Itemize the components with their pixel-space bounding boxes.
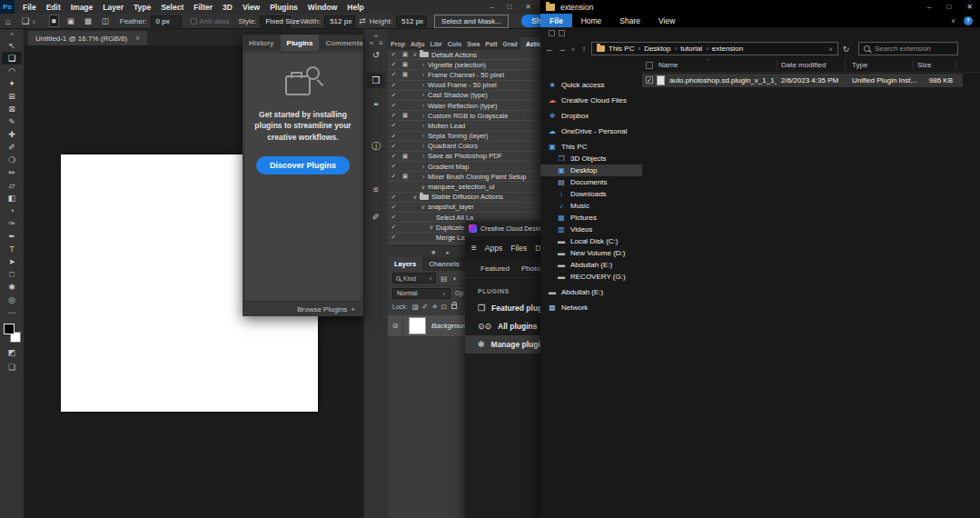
panel-tab-libr[interactable]: Libr xyxy=(428,37,445,50)
menu-help[interactable]: Help xyxy=(347,3,363,12)
new-selection-mode[interactable]: ■ xyxy=(49,15,59,27)
maximize-button[interactable]: □ xyxy=(507,3,511,11)
action-caret-icon[interactable]: › xyxy=(419,62,428,68)
address-dropdown-icon[interactable]: ∨ xyxy=(829,45,833,52)
layer-filter-icon-0[interactable]: ▤ xyxy=(441,274,448,283)
ribbon-tab-home[interactable]: Home xyxy=(572,14,611,27)
action-checkbox-icon[interactable]: ✓ xyxy=(388,61,400,68)
action-caret-icon[interactable]: › xyxy=(419,143,428,149)
document-tab[interactable]: Untitled-1 @ 16.7% (RGB/8) × xyxy=(28,31,147,45)
action-row[interactable]: ✓∨Stable Diffusion Actions xyxy=(388,193,540,203)
browse-plugins-button[interactable]: Browse Plugins + xyxy=(243,301,363,316)
panel-menu-icon[interactable]: ≡ xyxy=(379,39,383,47)
add-selection-mode[interactable]: ▣ xyxy=(65,15,76,26)
action-dialog-toggle-icon[interactable]: ▣ xyxy=(400,71,411,78)
lock-option-icon-1[interactable]: ✐ xyxy=(422,303,428,311)
cc-nav-files[interactable]: Files xyxy=(510,244,527,253)
lock-icon[interactable] xyxy=(451,304,457,309)
eyedropper-tool[interactable]: ✎ xyxy=(2,115,22,128)
intersect-selection-mode[interactable]: ◫ xyxy=(100,15,111,26)
help-icon[interactable]: ? xyxy=(964,16,973,25)
minimize-button[interactable]: – xyxy=(927,3,931,11)
tab-channels[interactable]: Channels xyxy=(422,257,466,271)
file-checkbox[interactable]: ✓ xyxy=(646,76,653,84)
record-button[interactable]: ● xyxy=(445,249,449,255)
history-brush-tool[interactable]: ✏ xyxy=(2,166,22,179)
tab-comments[interactable]: Comments xyxy=(319,35,369,51)
cc-item-all-plugins[interactable]: ⊙⊙All plugins xyxy=(465,317,540,335)
sidebar-item-quick-access[interactable]: ★Quick access xyxy=(540,79,642,91)
panel-tab-swa[interactable]: Swa xyxy=(464,37,482,50)
subtract-selection-mode[interactable]: ▩ xyxy=(83,15,94,26)
breadcrumb-item-this-pc[interactable]: This PC xyxy=(609,45,634,53)
action-checkbox-icon[interactable]: ✓ xyxy=(388,163,400,170)
action-row[interactable]: ✓▣›Frame Channel - 50 pixel xyxy=(388,70,540,80)
path-selection-tool[interactable]: ➤ xyxy=(2,255,22,268)
properties-panel-icon[interactable]: ≡ xyxy=(367,182,385,197)
type-tool[interactable]: T xyxy=(2,243,22,255)
eraser-tool[interactable]: ▱ xyxy=(2,179,22,192)
action-checkbox-icon[interactable]: ✓ xyxy=(388,143,400,150)
close-button[interactable]: ✕ xyxy=(966,3,973,11)
action-row[interactable]: ✓▣›Custom RGB to Grayscale xyxy=(388,111,540,121)
column-header-date[interactable]: Date modified xyxy=(781,61,826,69)
action-checkbox-icon[interactable]: ✓ xyxy=(388,173,400,180)
action-checkbox-icon[interactable]: ✓ xyxy=(388,234,400,241)
maximize-button[interactable]: □ xyxy=(946,3,951,11)
menu-plugins[interactable]: Plugins xyxy=(270,3,298,12)
sidebar-item-this-pc[interactable]: ▣This PC xyxy=(540,141,642,153)
menu-file[interactable]: File xyxy=(23,3,36,12)
layer-thumbnail[interactable] xyxy=(409,317,426,334)
sidebar-item-videos[interactable]: ▥Videos xyxy=(540,224,642,235)
sidebar-item-documents[interactable]: ▤Documents xyxy=(540,176,642,188)
menu-filter[interactable]: Filter xyxy=(193,3,213,12)
action-row[interactable]: ✓∨snapshot_layer xyxy=(388,203,540,213)
clone-stamp-tool[interactable]: ❍ xyxy=(2,154,22,166)
menu-edit[interactable]: Edit xyxy=(46,3,61,12)
close-icon[interactable]: × xyxy=(135,34,140,43)
tab-plugins[interactable]: Plugins xyxy=(281,35,320,51)
tab-layers[interactable]: Layers xyxy=(388,257,422,271)
action-caret-icon[interactable]: ∨ xyxy=(411,51,420,58)
lock-option-icon-2[interactable]: ✛ xyxy=(431,303,437,311)
ribbon-tab-file[interactable]: File xyxy=(540,14,572,27)
action-caret-icon[interactable]: ∨ xyxy=(427,224,436,231)
action-caret-icon[interactable]: › xyxy=(419,72,428,78)
rectangle-tool[interactable]: □ xyxy=(2,268,22,281)
toolbar-collapse-icon[interactable]: » xyxy=(10,29,14,39)
panel-tab-adju[interactable]: Adju xyxy=(408,37,428,50)
address-bar[interactable]: This PC›Desktop›tutorial›extension ∨ xyxy=(591,42,838,55)
sidebar-item-desktop[interactable]: ▣Desktop xyxy=(540,164,642,176)
plugins-panel-icon[interactable]: ❒ xyxy=(367,73,385,88)
action-row[interactable]: ✓▣›Save as Photoshop PDF xyxy=(388,152,540,162)
action-dialog-toggle-icon[interactable]: ▣ xyxy=(400,112,411,119)
color-swatches[interactable] xyxy=(4,324,21,343)
sidebar-item-new-volume-d[interactable]: ▬New Volume (D:) xyxy=(540,247,642,259)
action-row[interactable]: ∨marquee_selection_ui xyxy=(388,182,540,192)
tool-preset-picker[interactable]: ❑ ∨ xyxy=(22,16,35,25)
new-folder-icon[interactable] xyxy=(559,30,565,36)
action-caret-icon[interactable]: › xyxy=(419,82,428,88)
action-checkbox-icon[interactable]: ✓ xyxy=(388,82,400,89)
column-header-name[interactable]: Name xyxy=(658,61,678,69)
action-row[interactable]: ✓▣›Vignette (selection) xyxy=(388,60,540,70)
home-icon[interactable]: ⌂ xyxy=(5,16,11,26)
menu-image[interactable]: Image xyxy=(71,3,94,12)
hamburger-menu-icon[interactable]: ≡ xyxy=(471,243,477,253)
back-button[interactable]: ← xyxy=(544,45,555,54)
panel-tab-prop[interactable]: Prop xyxy=(388,37,408,50)
action-checkbox-icon[interactable]: ✓ xyxy=(388,71,400,78)
sidebar-item-abdullah-e[interactable]: ▬Abdullah (E:) xyxy=(540,286,642,298)
menu-3d[interactable]: 3D xyxy=(223,3,233,12)
pen-tool[interactable]: ✒ xyxy=(2,230,22,243)
visibility-eye-icon[interactable]: ⊙ xyxy=(388,315,403,336)
properties-icon[interactable] xyxy=(549,30,555,36)
blend-mode-select[interactable]: Normal ∨ xyxy=(392,288,450,299)
sidebar-item-local-disk-c[interactable]: ▬Local Disk (C:) xyxy=(540,235,642,247)
width-input[interactable]: 512 px xyxy=(324,15,355,27)
dodge-tool[interactable]: ◔ xyxy=(2,204,22,217)
gradient-tool[interactable]: ◧ xyxy=(2,192,22,204)
comments-panel-icon[interactable]: ❝ xyxy=(367,98,385,114)
action-checkbox-icon[interactable]: ✓ xyxy=(388,204,400,211)
panel-tab-colo[interactable]: Colo xyxy=(445,37,465,50)
